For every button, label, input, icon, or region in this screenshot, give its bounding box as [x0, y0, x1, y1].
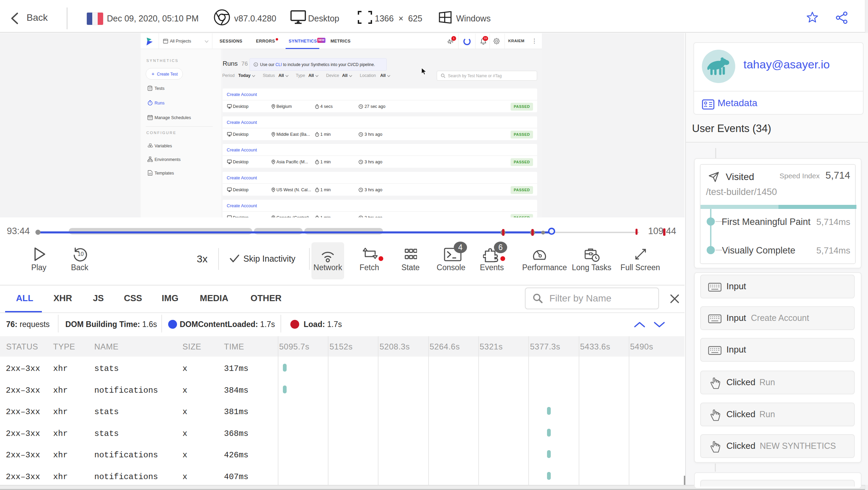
svg-text:10: 10: [78, 251, 84, 257]
